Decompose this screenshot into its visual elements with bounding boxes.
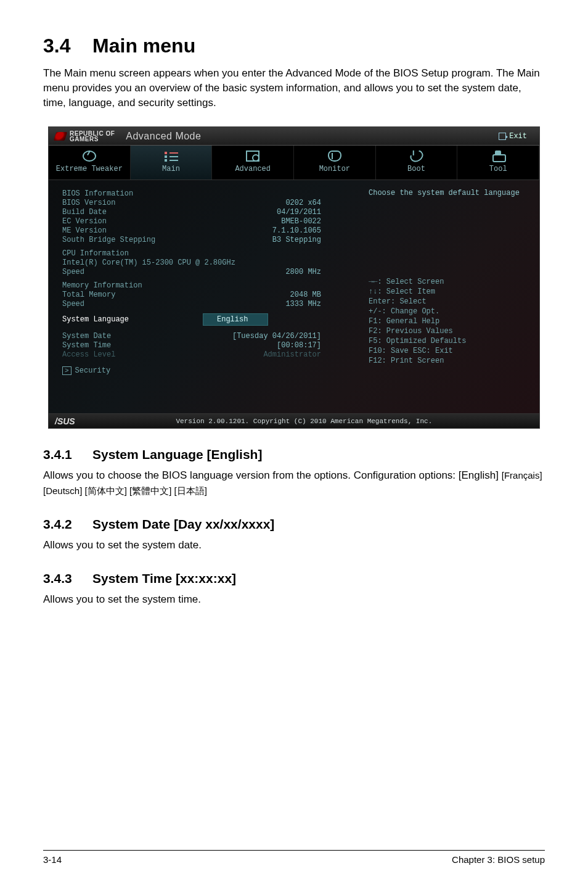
rog-brand-text: REPUBLIC OF GAMERS: [70, 131, 115, 142]
hint-select-item: ↑↓: Select Item: [369, 287, 531, 296]
security-label: Security: [75, 366, 111, 375]
sub-title: System Time [xx:xx:xx]: [92, 571, 236, 585]
page-footer: 3-14 Chapter 3: BIOS setup: [43, 850, 545, 865]
mem-info-header: Memory Information: [62, 281, 142, 290]
subsection-heading-343: 3.4.3System Time [xx:xx:xx]: [43, 571, 545, 586]
security-submenu[interactable]: >Security: [62, 366, 349, 375]
me-version-value: 7.1.10.1065: [272, 226, 321, 235]
bios-titlebar: REPUBLIC OF GAMERS Advanced Mode Exit: [49, 127, 539, 146]
power-icon: [407, 148, 425, 165]
system-time-label: System Time: [62, 341, 111, 350]
sub-title: System Date [Day xx/xx/xxxx]: [92, 517, 274, 531]
total-mem-value: 2048 MB: [290, 291, 321, 299]
section-heading: 3.4 Main menu: [43, 35, 545, 57]
bios-right-pane: Choose the system default language →←: S…: [360, 180, 539, 413]
bios-version-string: Version 2.00.1201. Copyright (C) 2010 Am…: [176, 418, 432, 425]
tab-main[interactable]: Main: [131, 146, 213, 179]
tab-tool[interactable]: Tool: [457, 146, 539, 179]
sub1-body-a: Allows you to choose the BIOS language v…: [43, 469, 502, 481]
system-date-label: System Date: [62, 332, 111, 340]
mode-label: Advanced Mode: [126, 131, 201, 142]
hint-f10: F10: Save ESC: Exit: [369, 347, 531, 355]
system-date-value[interactable]: [Tuesday 04/26/2011]: [232, 332, 321, 340]
sub1-body: Allows you to choose the BIOS language v…: [43, 468, 545, 498]
access-level-value: Administrator: [263, 350, 321, 359]
speedometer-icon: [83, 151, 96, 162]
hint-f5: F5: Optimized Defaults: [369, 337, 531, 345]
tab-monitor[interactable]: Monitor: [294, 146, 376, 179]
subsection-heading-342: 3.4.2System Date [Day xx/xx/xxxx]: [43, 517, 545, 532]
bios-screenshot: REPUBLIC OF GAMERS Advanced Mode Exit Ex…: [48, 126, 540, 429]
bios-footer: /SUS Version 2.00.1201. Copyright (C) 20…: [49, 413, 539, 428]
asus-logo: /SUS: [55, 416, 75, 426]
tab-label: Tool: [489, 165, 507, 173]
system-language-row[interactable]: System Language English: [62, 313, 349, 326]
toolbox-icon: [491, 151, 505, 162]
tab-boot[interactable]: Boot: [376, 146, 458, 179]
hint-f2: F2: Previous Values: [369, 327, 531, 336]
submenu-arrow-icon: >: [62, 366, 71, 375]
sub-num: 3.4.2: [43, 517, 92, 532]
tab-label: Boot: [407, 165, 425, 173]
ec-version-label: EC Version: [62, 217, 107, 226]
brand-line2: GAMERS: [70, 136, 115, 142]
tab-label: Advanced: [235, 165, 271, 173]
bios-version-value: 0202 x64: [285, 199, 321, 207]
mem-speed-label: Speed: [62, 300, 84, 308]
bios-tabs: Extreme Tweaker Main Advanced Monitor Bo…: [49, 146, 539, 180]
ec-version-value: BMEB-0022: [281, 217, 321, 226]
sub2-body: Allows you to set the system date.: [43, 538, 545, 553]
tab-extreme-tweaker[interactable]: Extreme Tweaker: [49, 146, 131, 179]
hint-f1: F1: General Help: [369, 317, 531, 326]
cpu-info-header: CPU Information: [62, 249, 129, 258]
system-language-value[interactable]: English: [203, 313, 268, 326]
sub-num: 3.4.3: [43, 571, 92, 586]
system-language-label: System Language: [62, 315, 190, 324]
intro-paragraph: The Main menu screen appears when you en…: [43, 66, 545, 110]
tab-advanced[interactable]: Advanced: [212, 146, 294, 179]
tab-label: Main: [162, 165, 180, 173]
section-number: 3.4: [43, 35, 70, 57]
sub-num: 3.4.1: [43, 447, 92, 462]
display-gear-icon: [246, 151, 259, 162]
total-mem-label: Total Memory: [62, 291, 115, 299]
section-title-text: Main menu: [92, 35, 195, 57]
sub-title: System Language [English]: [92, 447, 262, 461]
exit-button[interactable]: Exit: [492, 130, 533, 142]
cpu-speed-label: Speed: [62, 268, 84, 276]
cpu-speed-value: 2800 MHz: [285, 268, 321, 276]
thermometer-icon: [328, 151, 341, 162]
rog-logo: REPUBLIC OF GAMERS: [55, 131, 115, 142]
help-text: Choose the system default language: [369, 189, 531, 197]
bios-body: BIOS Information BIOS Version0202 x64 Bu…: [49, 180, 539, 413]
me-version-label: ME Version: [62, 226, 107, 235]
bios-left-pane: BIOS Information BIOS Version0202 x64 Bu…: [49, 180, 360, 413]
rog-eye-icon: [54, 132, 68, 141]
hint-change-opt: +/-: Change Opt.: [369, 307, 531, 316]
key-hints: →←: Select Screen ↑↓: Select Item Enter:…: [369, 278, 531, 365]
sb-stepping-value: B3 Stepping: [272, 236, 321, 244]
exit-icon: [499, 133, 506, 140]
tab-label: Extreme Tweaker: [56, 165, 123, 173]
list-icon: [165, 151, 178, 162]
sub3-body: Allows you to set the system time.: [43, 592, 545, 607]
build-date-label: Build Date: [62, 208, 107, 217]
chapter-label: Chapter 3: BIOS setup: [452, 854, 545, 865]
sb-stepping-label: South Bridge Stepping: [62, 236, 155, 244]
bios-version-label: BIOS Version: [62, 199, 115, 207]
hint-f12: F12: Print Screen: [369, 357, 531, 365]
bios-info-header: BIOS Information: [62, 189, 133, 198]
subsection-heading-341: 3.4.1System Language [English]: [43, 447, 545, 462]
exit-label: Exit: [509, 132, 527, 141]
mem-speed-value: 1333 MHz: [285, 300, 321, 308]
hint-enter: Enter: Select: [369, 297, 531, 306]
access-level-label: Access Level: [62, 350, 115, 359]
page-number: 3-14: [43, 854, 62, 865]
build-date-value: 04/19/2011: [277, 208, 321, 217]
hint-select-screen: →←: Select Screen: [369, 278, 531, 286]
tab-label: Monitor: [319, 165, 350, 173]
system-time-value[interactable]: [00:08:17]: [277, 341, 321, 350]
cpu-name: Intel(R) Core(TM) i5-2300 CPU @ 2.80GHz: [62, 258, 235, 267]
